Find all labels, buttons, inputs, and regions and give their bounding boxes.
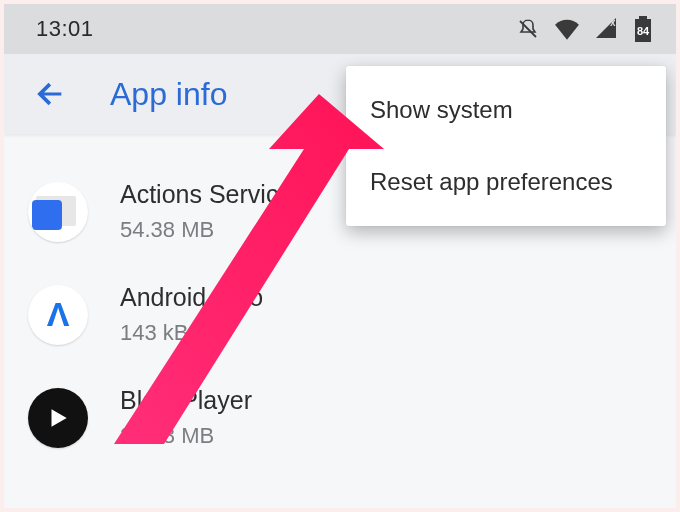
blackplayer-icon [28,388,88,448]
device-frame: 13:01 x 84 [4,4,676,508]
app-name: Android Auto [120,283,263,312]
android-auto-icon: Λ [28,285,88,345]
status-clock: 13:01 [36,16,94,42]
overflow-menu: Show system Reset app preferences [346,66,666,226]
svg-text:x: x [610,18,616,28]
menu-item-label: Show system [370,96,513,123]
status-bar: 13:01 x 84 [4,4,676,54]
menu-item-show-system[interactable]: Show system [346,74,666,146]
app-text: Android Auto 143 kB [120,283,263,346]
status-icons: x 84 [516,16,654,42]
battery-level: 84 [637,25,649,37]
app-name: BlackPlayer [120,386,252,415]
cellular-no-signal-icon: x [594,18,618,40]
app-row-android-auto[interactable]: Λ Android Auto 143 kB [4,267,676,370]
wifi-icon [554,18,580,40]
actions-services-icon [28,182,88,242]
app-text: BlackPlayer 24.93 MB [120,386,252,449]
app-size: 24.93 MB [120,423,252,449]
dnd-off-icon [516,17,540,41]
back-button[interactable] [30,74,70,114]
menu-item-label: Reset app preferences [370,168,613,195]
menu-item-reset-app-preferences[interactable]: Reset app preferences [346,146,666,218]
app-size: 54.38 MB [120,217,305,243]
app-text: Actions Services 54.38 MB [120,180,305,243]
page-title: App info [110,76,227,113]
battery-icon: 84 [632,16,654,42]
app-row-blackplayer[interactable]: BlackPlayer 24.93 MB [4,370,676,473]
app-size: 143 kB [120,320,263,346]
app-name: Actions Services [120,180,305,209]
